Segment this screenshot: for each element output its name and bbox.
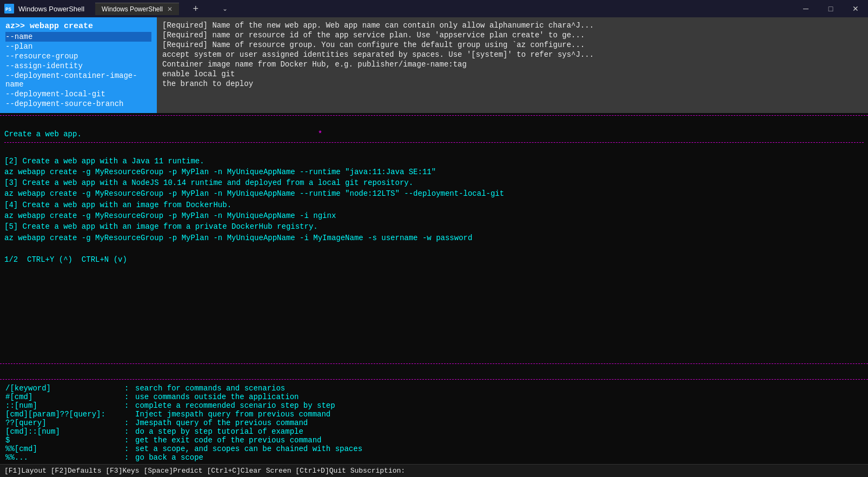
autocomplete-area: az>> webapp create --name --plan --resou… — [0, 17, 868, 113]
bottom-bar: [F1]Layout [F2]Defaults [F3]Keys [Space]… — [0, 464, 868, 477]
pager-info: 1/2 CTRL+Y (^) CTRL+N (v) — [4, 254, 864, 265]
help-key-num: ::[num] — [4, 401, 123, 410]
example-4-cmd: az webapp create -g MyResourceGroup -p M… — [4, 210, 864, 221]
help-row-scope: %%[cmd] : set a scope, and scopes can be… — [4, 445, 864, 453]
desc-local-git: enable local git — [162, 69, 863, 79]
option-deployment-container-image-name[interactable]: --deployment-container-image-name — [5, 71, 151, 89]
help-key-cmd: #[cmd] — [4, 393, 123, 401]
bottom-bar-text: [F1]Layout [F2]Defaults [F3]Keys [Space]… — [4, 467, 405, 475]
example-5-label: [5] Create a web app with an image from … — [4, 221, 864, 232]
help-row-back: %%... : go back a scope — [4, 453, 864, 462]
desc-resource-group: [Required] Name of resource group. You c… — [162, 40, 863, 50]
help-section: /[keyword] : search for commands and sce… — [0, 382, 868, 464]
help-key-jmespath-inject: [cmd][param]??[query]: — [4, 410, 123, 419]
maximize-button[interactable]: □ — [818, 0, 843, 17]
help-colon-jmespath-inject — [123, 410, 134, 419]
help-row-cmd: #[cmd] : use commands outside the applic… — [4, 393, 864, 401]
autocomplete-options: az>> webapp create --name --plan --resou… — [0, 17, 157, 113]
help-row-tutorial: [cmd]::[num] : do a step by step tutoria… — [4, 427, 864, 436]
minimize-button[interactable]: ─ — [793, 0, 818, 17]
tab-close-icon[interactable]: ✕ — [167, 5, 173, 13]
tab-powershell[interactable]: Windows PowerShell ✕ — [95, 3, 179, 15]
help-desc-scope: set a scope, and scopes can be chained w… — [134, 445, 864, 453]
help-row-jmespath-inject: [cmd][param]??[query]: Inject jmespath q… — [4, 410, 864, 419]
option-deployment-source-branch[interactable]: --deployment-source-branch — [5, 99, 151, 109]
svg-text:PS: PS — [5, 7, 11, 12]
powershell-icon: PS — [4, 4, 14, 14]
help-row-exit: $ : get the exit code of the previous co… — [4, 436, 864, 445]
example-5-cmd: az webapp create -g MyResourceGroup -p M… — [4, 233, 864, 243]
help-colon-keyword: : — [123, 384, 134, 393]
separator-3 — [0, 363, 868, 364]
close-button[interactable]: ✕ — [843, 0, 868, 17]
desc-source-branch: the branch to deploy — [162, 79, 863, 89]
help-row-jmespath-query: ??[query] : Jmespath query of the previo… — [4, 419, 864, 427]
dropdown-button[interactable]: ⌄ — [213, 0, 237, 17]
help-desc-tutorial: do a step by step tutorial of example — [134, 427, 864, 436]
empty-line-2 — [4, 243, 864, 254]
help-desc-back: go back a scope — [134, 453, 864, 462]
option-resource-group[interactable]: --resource-group — [5, 51, 151, 61]
option-list: --name --plan --resource-group --assign-… — [5, 32, 151, 109]
desc-name: [Required] Name of the new web app. Web … — [162, 21, 863, 30]
option-deployment-local-git[interactable]: --deployment-local-git — [5, 89, 151, 99]
desc-container-image: Container image name from Docker Hub, e.… — [162, 59, 863, 69]
separator-4 — [0, 379, 868, 380]
help-key-exit: $ — [4, 436, 123, 445]
example-4-label: [4] Create a web app with an image from … — [4, 200, 864, 210]
help-colon-exit: : — [123, 436, 134, 445]
separator-2 — [4, 142, 864, 143]
command-prompt: az>> webapp create — [5, 22, 151, 31]
header-text: Create a web app. — [4, 130, 82, 138]
help-table: /[keyword] : search for commands and sce… — [4, 384, 864, 462]
titlebar: PS Windows PowerShell Windows PowerShell… — [0, 0, 868, 17]
help-colon-jmespath-query: : — [123, 419, 134, 427]
option-plan[interactable]: --plan — [5, 42, 151, 51]
option-assign-identity[interactable]: --assign-identity — [5, 61, 151, 71]
help-key-keyword: /[keyword] — [4, 384, 123, 393]
terminal: az>> webapp create --name --plan --resou… — [0, 17, 868, 477]
help-colon-scope: : — [123, 445, 134, 453]
desc-plan: [Required] name or resource id of the ap… — [162, 30, 863, 40]
content-header: Create a web app. * — [4, 118, 864, 140]
help-desc-keyword: search for commands and scenarios — [134, 384, 864, 393]
tab-label: Windows PowerShell — [102, 5, 163, 13]
example-3-cmd: az webapp create -g MyResourceGroup -p M… — [4, 188, 864, 199]
empty-line-3 — [0, 366, 868, 377]
help-key-scope: %%[cmd] — [4, 445, 123, 453]
help-key-back: %%... — [4, 453, 123, 462]
example-2-label: [2] Create a web app with a Java 11 runt… — [4, 156, 864, 167]
option-name[interactable]: --name — [5, 32, 151, 42]
titlebar-left: PS Windows PowerShell Windows PowerShell… — [4, 0, 237, 17]
help-row-keyword: /[keyword] : search for commands and sce… — [4, 384, 864, 393]
help-key-jmespath-query: ??[query] — [4, 419, 123, 427]
help-colon-num: : — [123, 401, 134, 410]
help-desc-exit: get the exit code of the previous comman… — [134, 436, 864, 445]
help-row-num: ::[num] : complete a recommended scenari… — [4, 401, 864, 410]
empty-line-1 — [4, 145, 864, 156]
new-tab-button[interactable]: + — [183, 0, 208, 17]
help-colon-tutorial: : — [123, 427, 134, 436]
help-colon-cmd: : — [123, 393, 134, 401]
main-content[interactable]: Create a web app. * [2] Create a web app… — [0, 118, 868, 361]
star-symbol: * — [318, 130, 322, 138]
separator-1 — [0, 115, 868, 116]
help-colon-back: : — [123, 453, 134, 462]
example-3-label: [3] Create a web app with a NodeJS 10.14… — [4, 177, 864, 188]
autocomplete-descriptions: [Required] Name of the new web app. Web … — [157, 17, 868, 113]
help-desc-num: complete a recommended scenario step by … — [134, 401, 864, 410]
titlebar-title: Windows PowerShell — [18, 5, 84, 13]
help-key-tutorial: [cmd]::[num] — [4, 427, 123, 436]
desc-assign-identity: accept system or user assigned identitie… — [162, 50, 863, 59]
help-desc-jmespath-inject: Inject jmespath query from previous comm… — [134, 410, 864, 419]
help-desc-cmd: use commands outside the application — [134, 393, 864, 401]
help-desc-jmespath-query: Jmespath query of the previous command — [134, 419, 864, 427]
example-2-cmd: az webapp create -g MyResourceGroup -p M… — [4, 167, 864, 177]
titlebar-controls: ─ □ ✕ — [793, 0, 868, 17]
